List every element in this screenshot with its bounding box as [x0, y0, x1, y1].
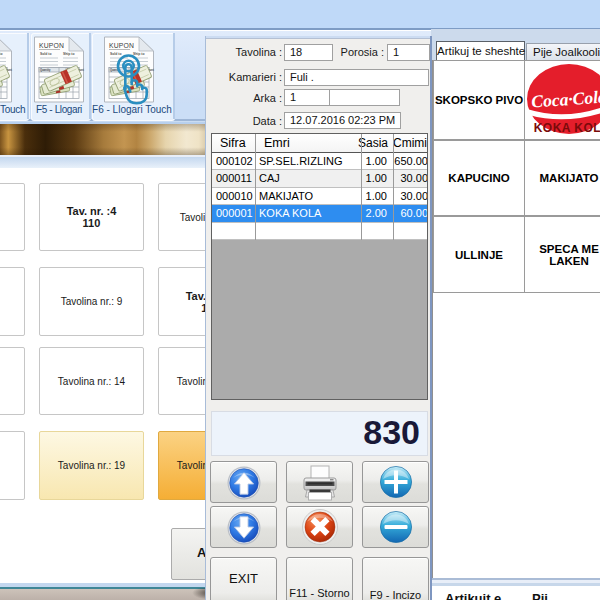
svg-text:Ship to: Ship to	[0, 52, 3, 56]
svg-text:Sold to: Sold to	[40, 52, 52, 56]
svg-text:KUPON: KUPON	[109, 42, 134, 49]
svg-text:Quantity: Quantity	[40, 68, 51, 72]
svg-text:Ship to: Ship to	[63, 52, 75, 56]
svg-text:KUPON: KUPON	[39, 42, 64, 49]
